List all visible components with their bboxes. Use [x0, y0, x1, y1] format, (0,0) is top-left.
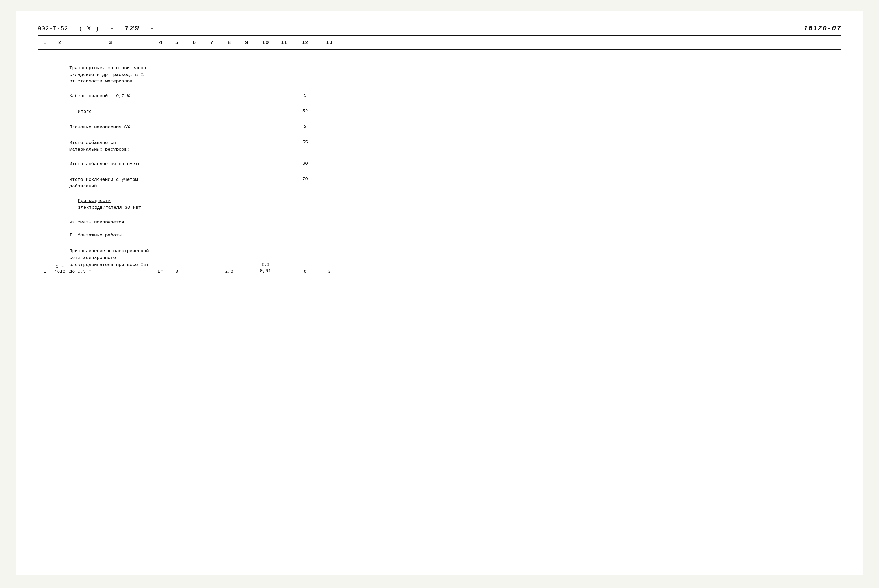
- col-header-1: I: [38, 39, 53, 46]
- col-header-6: 6: [185, 39, 203, 46]
- spacer-5: [38, 133, 841, 139]
- spacer-9: [38, 212, 841, 218]
- col-header-8: 8: [221, 39, 238, 46]
- pm-text: При мощности электродвигателя 30 квт: [67, 198, 153, 211]
- row-itogo-c12: 52: [293, 108, 317, 114]
- column-headers: I 2 3 4 5 6 7 8 9 IO II I2 I3: [38, 36, 841, 50]
- spacer-1: [38, 58, 841, 64]
- iisk-text: Итого исключений с учетом добавлений: [67, 177, 153, 190]
- col-header-5: 5: [168, 39, 185, 46]
- row-plan-c12: 3: [293, 124, 317, 129]
- kabel-text: Кабель силовой – 9,7 %: [67, 93, 153, 100]
- stacked-10: I,I 0,01: [260, 262, 271, 274]
- plan-text: Плановые накопления 6%: [67, 124, 153, 131]
- spacer-7: [38, 170, 841, 176]
- dash1: -: [110, 26, 114, 32]
- row-imat-c12: 55: [293, 140, 317, 145]
- row-pri-mosh: При мощности электродвигателя 30 квт: [38, 196, 841, 212]
- row-4818-c4: шт: [153, 269, 168, 275]
- row-4818: I 8 –4818 Присоединение к электрической …: [38, 247, 841, 276]
- spacer-8: [38, 191, 841, 196]
- row-4818-c8: 2,8: [221, 269, 238, 275]
- spacer-10: [38, 228, 841, 231]
- row-montazh: I. Монтажные работы: [38, 231, 841, 241]
- itogo-text: Итого: [67, 108, 153, 115]
- spacer-2: [38, 86, 841, 92]
- row-4818-c10: I,I 0,01: [255, 262, 275, 275]
- header-row: 902-I-52 ( X ) - 129 - 16120-07: [38, 24, 841, 33]
- transport-text: Транспортные, заготовительно-складские и…: [67, 65, 153, 85]
- doc-number: 902-I-52: [38, 26, 68, 32]
- col-header-4: 4: [153, 39, 168, 46]
- spacer-11: [38, 241, 841, 247]
- row-kabel: Кабель силовой – 9,7 % 5: [38, 92, 841, 102]
- spacer-3: [38, 102, 841, 108]
- col-header-11: II: [275, 39, 293, 46]
- form-number: 16120-07: [804, 24, 841, 33]
- col-header-9: 9: [238, 39, 255, 46]
- doc-code: ( X ): [79, 26, 99, 32]
- row-iz-smety: Из сметы исключается: [38, 218, 841, 228]
- header-left: 902-I-52 ( X ) - 129 -: [38, 24, 154, 33]
- row-itogo: Итого 52: [38, 108, 841, 117]
- ism-text: Итого добавляется по смете: [67, 161, 153, 168]
- col-header-7: 7: [203, 39, 221, 46]
- row-ism-c12: 60: [293, 161, 317, 166]
- row-4818-c5: 3: [168, 269, 185, 275]
- row-4818-c13: 3: [317, 269, 341, 275]
- mnt-text: I. Монтажные работы: [67, 232, 153, 239]
- col-header-12: I2: [293, 39, 317, 46]
- izs-text: Из сметы исключается: [67, 219, 153, 226]
- row-itogo-mat: Итого добавляется материальных ресурсов:…: [38, 139, 841, 154]
- page: 902-I-52 ( X ) - 129 - 16120-07 I 2 3 4 …: [16, 11, 863, 575]
- row-planovye: Плановые накопления 6% 3: [38, 123, 841, 133]
- col-header-2: 2: [53, 39, 67, 46]
- row-4818-desc: Присоединение к электрической сети асинх…: [67, 248, 153, 275]
- row-transport-header: Транспортные, заготовительно-складские и…: [38, 64, 841, 86]
- imat-text: Итого добавляется материальных ресурсов:: [67, 140, 153, 153]
- col-header-10: IO: [255, 39, 275, 46]
- spacer-6: [38, 154, 841, 160]
- row-4818-c2: 8 –4818: [53, 264, 67, 275]
- dash2: -: [150, 26, 154, 32]
- page-number: 129: [125, 24, 140, 33]
- row-4818-c12: 8: [293, 269, 317, 275]
- col-header-13: I3: [317, 39, 341, 46]
- row-iisk-c12: 79: [293, 177, 317, 182]
- spacer-4: [38, 117, 841, 123]
- col-header-3: 3: [67, 39, 153, 46]
- row-4818-c1: I: [38, 269, 53, 275]
- row-itogo-iskl: Итого исключений с учетом добавлений 79: [38, 176, 841, 191]
- stacked-bot: 0,01: [260, 268, 271, 274]
- row-itogo-smeta: Итого добавляется по смете 60: [38, 160, 841, 170]
- row-kabel-c12: 5: [293, 93, 317, 98]
- stacked-top: I,I: [261, 262, 270, 268]
- content-area: Транспортные, заготовительно-складские и…: [38, 58, 841, 276]
